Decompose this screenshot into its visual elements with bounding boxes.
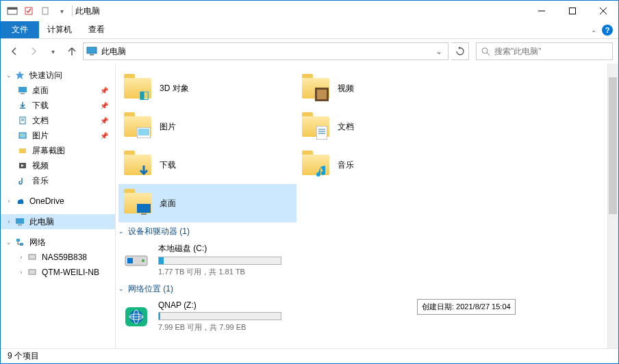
network-icon xyxy=(14,237,25,248)
content-pane[interactable]: ◧3D 对象 视频 图片 文档 下载 音乐 桌面 ⌄设备和驱动器 (1) 本地磁… xyxy=(116,64,618,348)
search-icon xyxy=(481,47,490,56)
file-tab[interactable]: 文件 xyxy=(1,21,39,38)
svg-point-10 xyxy=(482,48,488,53)
svg-rect-3 xyxy=(42,8,48,14)
qat-dropdown-icon[interactable]: ▾ xyxy=(54,3,69,18)
computer-icon xyxy=(27,267,38,278)
item-count: 9 个项目 xyxy=(8,350,39,362)
drive-name: 本地磁盘 (C:) xyxy=(158,243,281,255)
close-button[interactable] xyxy=(588,1,618,21)
computer-icon xyxy=(27,252,38,263)
svg-line-11 xyxy=(487,53,490,55)
statusbar: 9 个项目 xyxy=(1,348,618,363)
navigation-pane[interactable]: ⌄快速访问 桌面📌 下载📌 文档📌 图片📌 屏幕截图 视频 音乐 ›OneDri… xyxy=(1,64,116,348)
svg-rect-23 xyxy=(18,224,22,226)
drive-usage-bar xyxy=(158,257,281,265)
tree-this-pc[interactable]: ›此电脑 xyxy=(1,214,115,229)
qat-properties-icon[interactable] xyxy=(21,3,36,18)
tree-screenshots[interactable]: 屏幕截图 xyxy=(1,143,115,158)
svg-rect-20 xyxy=(19,148,26,153)
drive-usage-bar xyxy=(158,312,281,320)
svg-rect-27 xyxy=(29,270,36,274)
tree-pictures[interactable]: 图片📌 xyxy=(1,128,115,143)
svg-rect-36 xyxy=(137,204,151,213)
tree-videos[interactable]: 视频 xyxy=(1,158,115,173)
folder-3d-objects[interactable]: ◧3D 对象 xyxy=(118,69,296,107)
tree-network[interactable]: ⌄网络 xyxy=(1,235,115,250)
tree-nas[interactable]: ›NAS59B838 xyxy=(1,250,115,265)
disk-icon xyxy=(121,245,151,275)
folder-pictures[interactable]: 图片 xyxy=(118,107,296,146)
folder-videos[interactable]: 视频 xyxy=(296,69,475,107)
search-box[interactable] xyxy=(476,42,613,60)
window-controls xyxy=(526,1,618,21)
monitor-icon xyxy=(14,216,25,227)
drive-c[interactable]: 本地磁盘 (C:) 1.77 TB 可用，共 1.81 TB xyxy=(116,240,618,280)
drive-stats: 7.99 EB 可用，共 7.99 EB xyxy=(158,322,281,333)
svg-point-40 xyxy=(142,259,144,262)
tooltip: 创建日期: 2021/8/27 15:04 xyxy=(417,299,516,315)
up-button[interactable] xyxy=(64,43,80,60)
folder-icon xyxy=(123,150,153,180)
folder-downloads[interactable]: 下载 xyxy=(118,146,296,184)
app-icon[interactable] xyxy=(5,3,20,18)
tree-downloads[interactable]: 下载📌 xyxy=(1,98,115,113)
search-input[interactable] xyxy=(494,47,608,56)
address-bar[interactable]: 此电脑 ⌄ xyxy=(83,42,449,60)
folder-icon: ◧ xyxy=(123,73,153,103)
pin-icon: 📌 xyxy=(100,87,108,94)
tree-documents[interactable]: 文档📌 xyxy=(1,113,115,128)
video-icon xyxy=(17,160,28,171)
svg-rect-26 xyxy=(29,255,36,259)
folder-music[interactable]: 音乐 xyxy=(296,146,475,184)
group-devices[interactable]: ⌄设备和驱动器 (1) xyxy=(116,222,618,240)
group-network[interactable]: ⌄网络位置 (1) xyxy=(116,280,618,298)
folder-icon xyxy=(301,112,331,142)
back-button[interactable] xyxy=(6,43,23,60)
drive-z[interactable]: QNAP (Z:) 7.99 EB 可用，共 7.99 EB xyxy=(116,298,618,335)
svg-rect-31 xyxy=(138,129,149,135)
pin-icon: 📌 xyxy=(100,102,108,109)
tree-music[interactable]: 音乐 xyxy=(1,173,115,188)
svg-point-19 xyxy=(21,134,22,135)
ribbon-expand-icon[interactable]: ⌄ xyxy=(591,26,596,34)
document-icon xyxy=(17,115,28,126)
svg-rect-9 xyxy=(90,54,94,55)
tree-onedrive[interactable]: ›OneDrive xyxy=(1,194,115,209)
title-text: 此电脑 xyxy=(75,5,100,17)
svg-rect-22 xyxy=(16,218,24,224)
network-drive-icon xyxy=(121,302,151,332)
address-text: 此电脑 xyxy=(101,46,433,57)
folder-desktop[interactable]: 桌面 xyxy=(118,184,296,222)
minimize-button[interactable] xyxy=(526,1,557,21)
desktop-icon xyxy=(17,85,28,96)
svg-rect-13 xyxy=(21,93,25,94)
scrollbar[interactable] xyxy=(607,64,618,348)
pin-icon: 📌 xyxy=(100,132,108,140)
folder-documents[interactable]: 文档 xyxy=(296,107,475,146)
tree-qtm[interactable]: ›QTM-WEILI-NB xyxy=(1,265,115,280)
drive-name: QNAP (Z:) xyxy=(158,300,281,310)
qat-new-icon[interactable] xyxy=(38,3,53,18)
quick-access-toolbar: ▾ xyxy=(5,3,69,18)
view-tab[interactable]: 查看 xyxy=(80,21,113,38)
tree-desktop[interactable]: 桌面📌 xyxy=(1,83,115,98)
folder-icon xyxy=(123,188,153,218)
address-dropdown-icon[interactable]: ⌄ xyxy=(433,47,445,56)
svg-rect-1 xyxy=(8,8,17,10)
computer-tab[interactable]: 计算机 xyxy=(39,21,80,38)
help-icon[interactable]: ? xyxy=(602,25,613,36)
monitor-icon xyxy=(86,46,97,57)
separator xyxy=(72,5,73,16)
maximize-button[interactable] xyxy=(557,1,588,21)
star-icon xyxy=(14,70,25,81)
forward-button[interactable] xyxy=(25,43,42,60)
download-icon xyxy=(17,100,28,111)
tree-quick-access[interactable]: ⌄快速访问 xyxy=(1,68,115,83)
svg-rect-39 xyxy=(127,258,133,263)
svg-rect-5 xyxy=(569,8,575,14)
refresh-button[interactable] xyxy=(451,42,469,60)
svg-rect-18 xyxy=(19,133,26,138)
folder-icon xyxy=(123,112,153,142)
recent-dropdown-icon[interactable]: ▾ xyxy=(45,43,61,60)
